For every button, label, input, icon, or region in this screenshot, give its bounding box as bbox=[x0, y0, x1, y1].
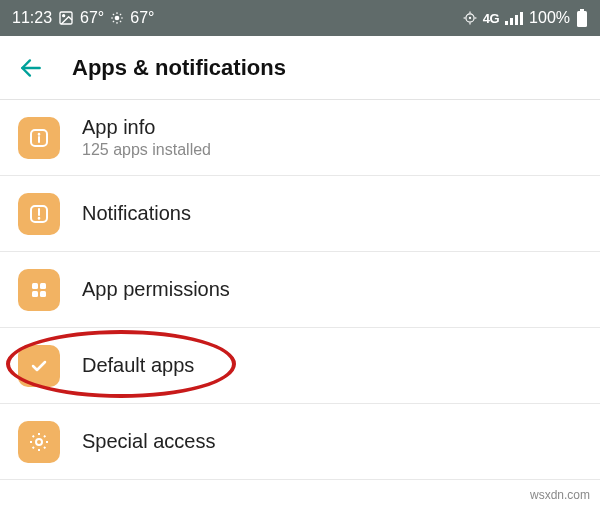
svg-rect-21 bbox=[580, 9, 584, 11]
signal-icon bbox=[505, 11, 523, 25]
network-label: 4G bbox=[483, 11, 499, 26]
svg-rect-18 bbox=[510, 18, 513, 25]
item-text: Default apps bbox=[82, 354, 194, 377]
sun-icon bbox=[110, 11, 124, 25]
svg-point-2 bbox=[115, 16, 120, 21]
svg-line-7 bbox=[113, 14, 114, 15]
status-bar: 11:23 67° 67° 4G 100% bbox=[0, 0, 600, 36]
svg-rect-31 bbox=[40, 283, 46, 289]
item-text: App info 125 apps installed bbox=[82, 116, 211, 159]
item-title: Default apps bbox=[82, 354, 194, 377]
info-icon bbox=[18, 117, 60, 159]
item-title: App info bbox=[82, 116, 211, 139]
header: Apps & notifications bbox=[0, 36, 600, 100]
notifications-icon bbox=[18, 193, 60, 235]
item-subtitle: 125 apps installed bbox=[82, 141, 211, 159]
item-text: App permissions bbox=[82, 278, 230, 301]
special-icon bbox=[18, 421, 60, 463]
svg-point-12 bbox=[469, 17, 471, 19]
status-left: 11:23 67° 67° bbox=[12, 9, 154, 27]
svg-rect-20 bbox=[520, 12, 523, 25]
location-icon bbox=[463, 11, 477, 25]
page-title: Apps & notifications bbox=[72, 55, 286, 81]
svg-point-34 bbox=[36, 439, 42, 445]
status-right: 4G 100% bbox=[463, 9, 588, 27]
permissions-icon bbox=[18, 269, 60, 311]
item-title: Notifications bbox=[82, 202, 191, 225]
svg-line-8 bbox=[120, 21, 121, 22]
svg-rect-19 bbox=[515, 15, 518, 25]
svg-line-9 bbox=[113, 21, 114, 22]
attribution: wsxdn.com bbox=[530, 488, 590, 502]
list-item-app-info[interactable]: App info 125 apps installed bbox=[0, 100, 600, 176]
battery-percent: 100% bbox=[529, 9, 570, 27]
item-title: Special access bbox=[82, 430, 215, 453]
battery-icon bbox=[576, 9, 588, 27]
svg-rect-30 bbox=[32, 283, 38, 289]
status-time: 11:23 bbox=[12, 9, 52, 27]
default-icon bbox=[18, 345, 60, 387]
list-item-app-permissions[interactable]: App permissions bbox=[0, 252, 600, 328]
list-item-special-access[interactable]: Special access bbox=[0, 404, 600, 480]
svg-point-1 bbox=[63, 15, 65, 17]
svg-rect-17 bbox=[505, 21, 508, 25]
svg-rect-33 bbox=[40, 291, 46, 297]
settings-list: App info 125 apps installed Notification… bbox=[0, 100, 600, 480]
list-item-default-apps[interactable]: Default apps bbox=[0, 328, 600, 404]
picture-icon bbox=[58, 10, 74, 26]
svg-rect-22 bbox=[577, 11, 587, 27]
back-button[interactable] bbox=[18, 55, 44, 81]
status-temp2: 67° bbox=[130, 9, 154, 27]
item-text: Special access bbox=[82, 430, 215, 453]
item-text: Notifications bbox=[82, 202, 191, 225]
item-title: App permissions bbox=[82, 278, 230, 301]
list-item-notifications[interactable]: Notifications bbox=[0, 176, 600, 252]
status-temp1: 67° bbox=[80, 9, 104, 27]
svg-line-10 bbox=[120, 14, 121, 15]
svg-rect-32 bbox=[32, 291, 38, 297]
